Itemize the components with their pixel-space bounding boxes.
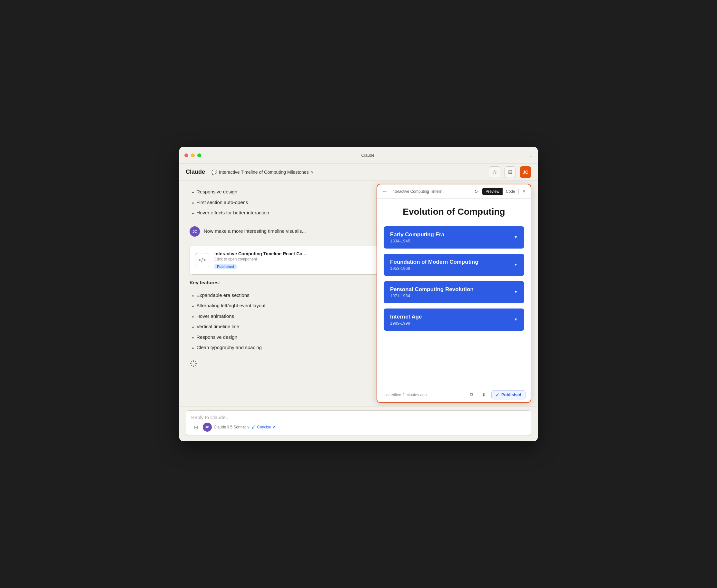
copy-icon: ⧉ — [470, 392, 473, 398]
user-initials: JC — [523, 170, 528, 175]
conversation-title-text: Interactive Timeline of Computing Milest… — [219, 170, 309, 175]
back-button[interactable]: ← — [381, 187, 389, 196]
model-selector-area: JC Claude 3.5 Sonnet ∨ 🖊 Concise ∨ — [203, 423, 275, 432]
input-area: Reply to Claude... ⊞ JC Claude 3.5 Sonne… — [179, 406, 538, 441]
era-card[interactable]: Internet Age 1989-1999 ▼ — [384, 309, 524, 331]
tab-preview[interactable]: Preview — [482, 188, 503, 195]
bullet-dot: • — [192, 200, 194, 207]
mac-window: Claude ⌕ Claude 💬 Interactive Timeline o… — [179, 147, 538, 441]
settings-icon: ⊟ — [508, 169, 512, 175]
bullet-dot: • — [192, 334, 194, 342]
footer-avatar: JC — [203, 423, 212, 432]
era-years: 1953-1969 — [390, 266, 479, 271]
era-card-info: Internet Age 1989-1999 — [390, 314, 422, 326]
conversation-title-nav[interactable]: 💬 Interactive Timeline of Computing Mile… — [211, 170, 314, 175]
close-button[interactable]: × — [521, 187, 527, 196]
era-name: Personal Computing Revolution — [390, 286, 473, 293]
published-label: Published — [501, 392, 521, 397]
feature-text: Hover animations — [196, 313, 234, 320]
titlebar: Claude ⌕ — [179, 147, 538, 164]
era-card[interactable]: Foundation of Modern Computing 1953-1969… — [384, 254, 524, 276]
preview-title: Evolution of Computing — [384, 206, 524, 217]
svg-line-7 — [195, 361, 196, 362]
era-name: Foundation of Modern Computing — [390, 259, 479, 265]
chevron-down-icon: ▼ — [514, 290, 518, 294]
era-card-info: Early Computing Era 1834-1945 — [390, 231, 444, 244]
chevron-down-icon: ∨ — [311, 170, 314, 174]
expand-button[interactable]: ⊞ — [191, 423, 200, 432]
check-circle-icon: ✓ — [495, 392, 499, 398]
bullet-dot: • — [192, 324, 194, 331]
style-selector[interactable]: 🖊 Concise ∨ — [252, 425, 275, 429]
input-placeholder[interactable]: Reply to Claude... — [191, 415, 526, 420]
chat-icon: 💬 — [211, 170, 217, 175]
last-edited-text: Last edited 2 minutes ago — [382, 393, 464, 397]
star-button[interactable]: ☆ — [489, 166, 500, 178]
refresh-button[interactable]: ↻ — [473, 188, 479, 195]
traffic-lights — [184, 153, 201, 157]
chevron-down-icon: ▼ — [514, 317, 518, 322]
bullet-dot: • — [192, 292, 194, 300]
chevron-down-icon: ▼ — [514, 262, 518, 267]
input-box: Reply to Claude... ⊞ JC Claude 3.5 Sonne… — [186, 411, 531, 436]
search-icon[interactable]: ⌕ — [529, 152, 533, 158]
main-content: • Responsive design • First section auto… — [179, 181, 538, 406]
svg-line-3 — [195, 365, 196, 366]
bullet-dot: • — [192, 313, 194, 321]
app-logo: Claude — [186, 169, 205, 175]
navbar: Claude 💬 Interactive Timeline of Computi… — [179, 164, 538, 181]
style-name: Concise — [257, 425, 271, 429]
chevron-down-icon: ∨ — [247, 425, 250, 429]
feature-text: Vertical timeline line — [196, 323, 239, 331]
minimize-button[interactable] — [191, 153, 195, 157]
era-years: 1989-1999 — [390, 321, 422, 326]
close-button[interactable] — [184, 153, 188, 157]
chevron-down-icon: ▼ — [514, 235, 518, 239]
copy-button[interactable]: ⧉ — [467, 390, 477, 400]
avatar: JC — [190, 226, 200, 237]
svg-line-2 — [191, 361, 192, 362]
era-name: Internet Age — [390, 314, 422, 320]
preview-toolbar: ← Interactive Computing Timelin... ↻ Pre… — [377, 184, 531, 198]
window-title: Claude — [206, 153, 529, 158]
preview-tab-group: Preview Code — [482, 188, 519, 195]
download-button[interactable]: ⬇ — [479, 390, 489, 400]
star-icon: ☆ — [492, 169, 497, 175]
code-icon: </> — [195, 253, 209, 267]
bullet-dot: • — [192, 210, 194, 217]
input-footer: ⊞ JC Claude 3.5 Sonnet ∨ 🖊 Concise ∨ — [191, 423, 526, 432]
era-years: 1971-1984 — [390, 293, 473, 298]
fullscreen-button[interactable] — [197, 153, 201, 157]
bullet-dot: • — [192, 303, 194, 310]
era-name: Early Computing Era — [390, 231, 444, 238]
era-card[interactable]: Early Computing Era 1834-1945 ▼ — [384, 226, 524, 249]
bullet-text: Responsive design — [196, 188, 237, 196]
chevron-down-icon: ∨ — [272, 425, 275, 429]
asterisk-icon — [190, 360, 197, 368]
preview-url: Interactive Computing Timelin... — [392, 189, 470, 194]
user-avatar-button[interactable]: JC — [520, 166, 531, 178]
tab-code[interactable]: Code — [503, 188, 519, 195]
style-icon: 🖊 — [252, 425, 256, 429]
bullet-text: First section auto-opens — [196, 199, 248, 206]
feature-text: Alternating left/right event layout — [196, 302, 265, 310]
preview-footer: Last edited 2 minutes ago ⧉ ⬇ ✓ Publishe… — [377, 387, 531, 402]
era-card-info: Foundation of Modern Computing 1953-1969 — [390, 259, 479, 271]
user-message-text: Now make a more interesting timeline vis… — [204, 226, 306, 235]
svg-line-6 — [191, 365, 192, 366]
download-icon: ⬇ — [482, 392, 486, 398]
feature-text: Clean typography and spacing — [196, 344, 262, 351]
bullet-text: Hover effects for better interaction — [196, 209, 269, 217]
published-button[interactable]: ✓ Published — [491, 391, 526, 399]
bullet-dot: • — [192, 344, 194, 352]
settings-button[interactable]: ⊟ — [504, 166, 516, 178]
model-selector[interactable]: Claude 3.5 Sonnet ∨ — [214, 425, 250, 429]
era-card[interactable]: Personal Computing Revolution 1971-1984 … — [384, 281, 524, 303]
model-name: Claude 3.5 Sonnet — [214, 425, 246, 429]
feature-text: Responsive design — [196, 334, 237, 341]
era-years: 1834-1945 — [390, 238, 444, 244]
published-badge: Published — [214, 264, 237, 269]
feature-text: Expandable era sections — [196, 292, 249, 299]
era-card-info: Personal Computing Revolution 1971-1984 — [390, 286, 473, 298]
bullet-dot: • — [192, 189, 194, 196]
